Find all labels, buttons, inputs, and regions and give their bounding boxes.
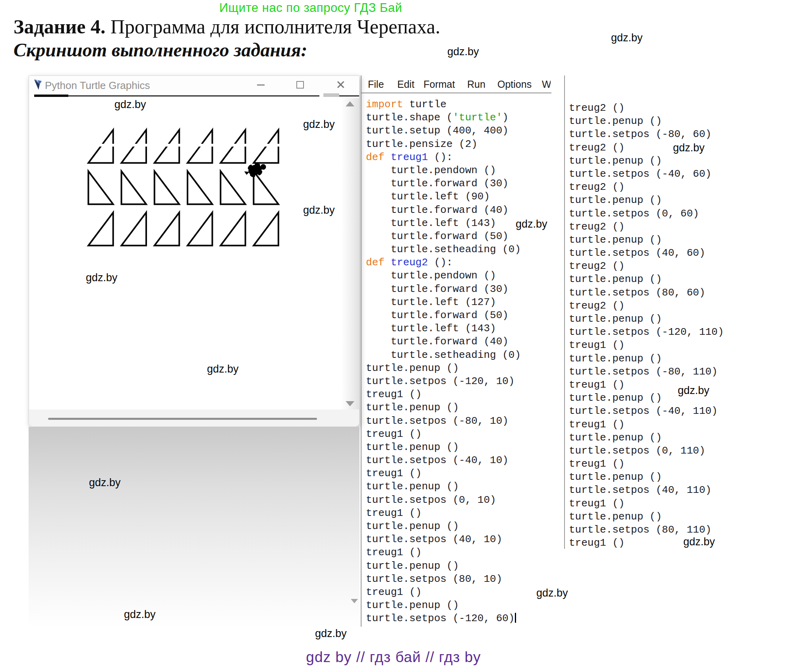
code-line: treug2 (): [569, 299, 724, 313]
minimize-button[interactable]: [251, 76, 270, 94]
triangle-treug1: [122, 212, 146, 245]
close-icon: ✕: [336, 78, 346, 92]
code-line: treug1 (): [569, 339, 724, 352]
code-line: turtle.setup (400, 400): [366, 124, 521, 137]
code-line: turtle.pensize (2): [366, 138, 521, 151]
code-line: treug1 (): [569, 497, 724, 510]
gdz-watermark: gdz.by: [683, 536, 715, 548]
code-line: turtle.forward (40): [366, 204, 521, 217]
gdz-watermark: gdz.by: [536, 587, 568, 599]
code-line: turtle.penup (): [569, 273, 724, 286]
triangle-treug2: [122, 171, 146, 204]
code-line: turtle.forward (50): [366, 230, 521, 243]
code-line: turtle.penup (): [569, 313, 724, 326]
code-line: turtle.penup (): [366, 362, 521, 375]
triangle-treug2: [188, 171, 212, 204]
scroll-up-icon[interactable]: [346, 101, 354, 106]
footer-sitename: gdz by // гдз бай // гдз by: [0, 649, 787, 666]
horizontal-scrollbar[interactable]: [48, 418, 317, 420]
menu-item-edit[interactable]: Edit: [397, 79, 414, 90]
code-line: treug1 (): [569, 418, 724, 431]
triangle-treug2: [253, 171, 278, 204]
gdz-watermark: gdz.by: [315, 628, 347, 640]
code-line: turtle.setheading (0): [366, 349, 521, 362]
gdz-watermark: gdz.by: [124, 608, 156, 621]
top-scrollbar-track[interactable]: [34, 95, 359, 97]
code-editor-left-column[interactable]: import turtleturtle.shape ('turtle')turt…: [366, 98, 521, 626]
screenshot-stitch-seam: [34, 144, 341, 147]
menu-item-options[interactable]: Options: [497, 79, 532, 90]
code-line: turtle.left (143): [366, 217, 521, 230]
menu-item-format[interactable]: Format: [423, 79, 455, 90]
code-line: turtle.setpos (-80, 110): [569, 365, 724, 378]
code-line: turtle.penup (): [366, 401, 521, 414]
menubar-divider: [361, 93, 551, 93]
close-button[interactable]: ✕: [332, 76, 350, 94]
code-line: treug2 (): [569, 102, 724, 115]
code-line: treug1 (): [569, 458, 724, 471]
code-line: turtle.setpos (80, 10): [366, 573, 521, 586]
code-editor-right-column[interactable]: treug2 ()turtle.penup ()turtle.setpos (-…: [569, 102, 724, 550]
code-line: turtle.setpos (-120, 60): [366, 612, 521, 625]
gdz-watermark: gdz.by: [207, 363, 239, 375]
scroll-down-icon[interactable]: [346, 401, 354, 406]
code-line: turtle.setpos (-120, 110): [569, 326, 724, 339]
turtle-window-titlebar[interactable]: Python Turtle Graphics ✕: [29, 76, 359, 94]
triangle-treug1: [253, 212, 278, 245]
code-line: turtle.setpos (-80, 10): [366, 415, 521, 428]
code-line: treug1 (): [366, 467, 521, 480]
code-line: turtle.forward (30): [366, 177, 521, 190]
top-scrollbar-thumb[interactable]: [34, 95, 68, 97]
code-line: turtle.setheading (0): [366, 243, 521, 256]
code-line: turtle.pendown (): [366, 164, 521, 177]
gdz-watermark: gdz.by: [86, 272, 118, 284]
maximize-button[interactable]: [291, 76, 309, 94]
code-line: turtle.penup (): [366, 520, 521, 533]
code-line: treug2 (): [569, 181, 724, 194]
code-line: treug2 (): [569, 260, 724, 273]
gdz-watermark: gdz.by: [114, 98, 146, 111]
gdz-watermark: gdz.by: [89, 477, 121, 489]
code-line: treug1 (): [366, 428, 521, 441]
triangle-treug2: [220, 171, 245, 204]
triangle-treug1: [88, 212, 113, 245]
code-line: turtle.pendown (): [366, 269, 521, 282]
menu-item-run[interactable]: Run: [467, 79, 485, 90]
minimize-icon: [257, 85, 265, 85]
task-heading: Задание 4. Программа для исполнителя Чер…: [14, 15, 440, 38]
code-line: def treug2 ():: [366, 256, 521, 269]
code-line: turtle.setpos (-80, 60): [569, 128, 724, 141]
menu-item-window[interactable]: W: [542, 79, 551, 90]
triangle-treug1: [155, 212, 179, 245]
turtle-window-title: Python Turtle Graphics: [45, 79, 150, 92]
code-line: treug1 (): [366, 586, 521, 599]
code-line: turtle.shape ('turtle'): [366, 111, 521, 124]
code-line: turtle.penup (): [569, 115, 724, 128]
vertical-scrollbar[interactable]: [341, 98, 359, 409]
gdz-watermark: gdz.by: [447, 46, 479, 58]
menu-item-file[interactable]: File: [368, 79, 384, 90]
code-line: treug1 (): [366, 507, 521, 520]
top-scrollbar-thumb-right[interactable]: [323, 93, 339, 97]
code-line: turtle.left (143): [366, 322, 521, 335]
code-line: treug1 (): [366, 388, 521, 401]
code-line: turtle.setpos (80, 60): [569, 286, 724, 299]
code-line: turtle.setpos (0, 60): [569, 207, 724, 220]
triangle-treug1: [220, 212, 245, 245]
editor-left-border: [361, 75, 362, 627]
code-line: import turtle: [366, 98, 521, 111]
code-line: turtle.left (127): [366, 296, 521, 309]
code-line: turtle.left (90): [366, 190, 521, 203]
maximize-icon: [296, 81, 304, 89]
promo-header: Ищите нас по запросу ГДЗ Бай: [219, 1, 402, 15]
triangle-treug1: [188, 212, 212, 245]
code-line: turtle.setpos (40, 10): [366, 533, 521, 546]
code-line: turtle.setpos (-40, 60): [569, 168, 724, 181]
code-line: treug1 (): [366, 546, 521, 559]
code-line: turtle.penup (): [569, 234, 724, 247]
code-line: turtle.setpos (-40, 10): [366, 454, 521, 467]
code-line: def treug1 ():: [366, 151, 521, 164]
code-line: turtle.forward (30): [366, 283, 521, 296]
code-line: turtle.setpos (80, 110): [569, 523, 724, 537]
screenshot-subtitle: Скриншот выполненного задания:: [14, 39, 307, 61]
